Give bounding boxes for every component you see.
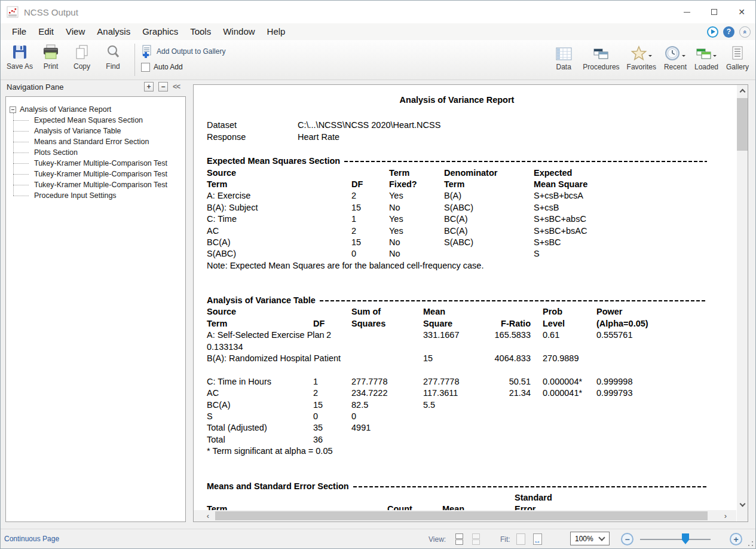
close-button[interactable]: ✕: [728, 1, 755, 23]
nav-tree-item-7[interactable]: Procedure Input Settings: [16, 190, 183, 201]
nav-tree-item-6[interactable]: Tukey-Kramer Multiple-Comparison Test: [16, 179, 183, 190]
report-cell: 0.000004*: [543, 376, 582, 388]
nav-tree-item-3[interactable]: Plots Section: [16, 147, 183, 158]
data-grid-icon: [556, 47, 572, 61]
report-cell: 1: [313, 376, 318, 388]
page-mode-label: Continuous Page: [4, 535, 59, 543]
nav-tree-item-2[interactable]: Means and Standard Error Section: [16, 136, 183, 147]
report-cell: Mean: [423, 306, 445, 318]
report-cell: 2: [313, 388, 318, 399]
report-row: AC2YesBC(A)S+sBC+bsAC: [207, 225, 707, 237]
report-cell: S+csB: [534, 202, 559, 214]
report-cell: A: Exercise: [207, 190, 250, 202]
report-row: A: Self-Selected Exercise Plan2331.16671…: [207, 330, 707, 341]
report-cell: S+csB+bcsA: [534, 190, 583, 202]
report-cell: Error: [515, 504, 535, 510]
recent-button[interactable]: Recent: [660, 40, 691, 77]
horizontal-scrollbar[interactable]: ‹ ›: [194, 510, 736, 521]
report-cell: C: Time in Hours: [207, 376, 271, 388]
vertical-scrollbar[interactable]: [737, 85, 748, 510]
report-row: TermDFFixed?TermMean Square: [207, 179, 707, 190]
report-row: B(A): Randomized Hospital Patient154064.…: [207, 353, 707, 364]
add-output-to-gallery-button[interactable]: Add Output to Gallery: [141, 45, 241, 58]
report-cell: S: [534, 248, 540, 260]
expand-all-button[interactable]: +: [144, 82, 154, 92]
continuous-view-button[interactable]: [452, 532, 466, 547]
collapse-node-icon[interactable]: [10, 106, 16, 113]
menu-item-tools[interactable]: Tools: [184, 23, 217, 40]
loaded-dropdown-icon[interactable]: [713, 55, 717, 59]
data-button[interactable]: Data: [548, 40, 579, 77]
fit-page-button[interactable]: [513, 532, 528, 547]
report-cell: Denominator: [444, 167, 497, 179]
horizontal-scrollbar-thumb[interactable]: [215, 511, 708, 520]
report-cell: Expected: [534, 167, 572, 179]
find-button[interactable]: Find: [97, 40, 128, 77]
favorites-dropdown-icon[interactable]: [648, 55, 652, 59]
loaded-button[interactable]: Loaded: [691, 40, 722, 77]
auto-add-checkbox[interactable]: [141, 63, 150, 72]
report-cell: S(ABC): [444, 237, 473, 248]
hide-pane-button[interactable]: <<: [173, 83, 180, 91]
nav-root-item[interactable]: Analysis of Variance Report: [10, 104, 183, 115]
menu-item-analysis[interactable]: Analysis: [91, 23, 136, 40]
scroll-right-icon[interactable]: ›: [720, 511, 731, 520]
info-label: Dataset: [207, 120, 298, 131]
menu-item-edit[interactable]: Edit: [32, 23, 60, 40]
nav-tree-item-5[interactable]: Tukey-Kramer Multiple-Comparison Test: [16, 169, 183, 179]
info-value: C:\...\NCSS\NCSS 2020\Heart.NCSS: [298, 120, 440, 130]
scroll-up-icon[interactable]: [737, 85, 748, 96]
procedures-button[interactable]: Procedures: [579, 40, 623, 77]
menu-item-help[interactable]: Help: [261, 23, 292, 40]
scroll-left-icon[interactable]: ‹: [202, 511, 214, 520]
report-row: A: Exercise2YesB(A)S+csB+bcsA: [207, 190, 707, 202]
report-cell: Square: [423, 318, 452, 330]
gallery-button[interactable]: Gallery: [722, 40, 753, 77]
report-cell: 2: [351, 225, 356, 237]
report-cell: Mean: [442, 504, 464, 510]
nav-tree-item-4[interactable]: Tukey-Kramer Multiple-Comparison Test: [16, 158, 183, 169]
report-row: C: Time in Hours1277.7778277.777850.510.…: [207, 376, 707, 388]
nav-tree-item-1[interactable]: Analysis of Variance Table: [16, 126, 183, 136]
vertical-scrollbar-thumb[interactable]: [737, 98, 748, 151]
copy-button[interactable]: Copy: [66, 40, 97, 77]
page-view-button[interactable]: [469, 532, 482, 547]
report-row: Total (Adjusted)354991: [207, 422, 707, 434]
report-cell: 15: [313, 399, 323, 411]
auto-add-label: Auto Add: [154, 63, 183, 71]
window-title: NCSS Output: [24, 7, 78, 17]
report-row: 0.133134: [207, 341, 707, 353]
report-cell: AC: [207, 225, 219, 237]
zoom-out-button[interactable]: −: [621, 533, 633, 545]
menu-item-graphics[interactable]: Graphics: [136, 23, 184, 40]
zoom-slider-track[interactable]: [640, 539, 711, 540]
nav-tree-item-0[interactable]: Expected Mean Squares Section: [16, 115, 183, 126]
maximize-button[interactable]: [700, 1, 728, 23]
report-cell: B(A): Subject: [207, 202, 258, 214]
ems-table: A: Exercise2YesB(A)S+csB+bcsAB(A): Subje…: [207, 190, 707, 260]
run-icon[interactable]: [707, 26, 718, 38]
report-row: BC(A)15NoS(ABC)S+sBC: [207, 237, 707, 248]
recent-dropdown-icon[interactable]: [682, 55, 685, 59]
save-as-button[interactable]: Save As: [4, 40, 35, 77]
menu-item-file[interactable]: File: [6, 23, 32, 40]
procedures-icon: [593, 47, 609, 61]
print-button[interactable]: Print: [35, 40, 66, 77]
zoom-slider-thumb[interactable]: [682, 533, 689, 544]
resize-grip[interactable]: [748, 541, 754, 547]
report-cell: 4064.833: [453, 353, 531, 364]
report-cell: 15: [423, 353, 433, 364]
report-cell: A: Self-Selected Exercise Plan: [207, 330, 325, 341]
menu-item-window[interactable]: Window: [217, 23, 261, 40]
scroll-down-icon[interactable]: [737, 499, 748, 510]
report-cell: Level: [543, 318, 565, 330]
help-icon[interactable]: ?: [723, 26, 734, 38]
fit-width-button[interactable]: ↔: [530, 532, 544, 547]
zoom-select[interactable]: 100%: [570, 532, 610, 545]
minimize-button[interactable]: [673, 1, 700, 23]
menu-item-view[interactable]: View: [60, 23, 91, 40]
favorites-button[interactable]: Favorites: [623, 40, 660, 77]
collapse-ribbon-icon[interactable]: «: [739, 26, 751, 38]
zoom-in-button[interactable]: +: [730, 533, 742, 545]
collapse-all-button[interactable]: −: [158, 82, 168, 92]
